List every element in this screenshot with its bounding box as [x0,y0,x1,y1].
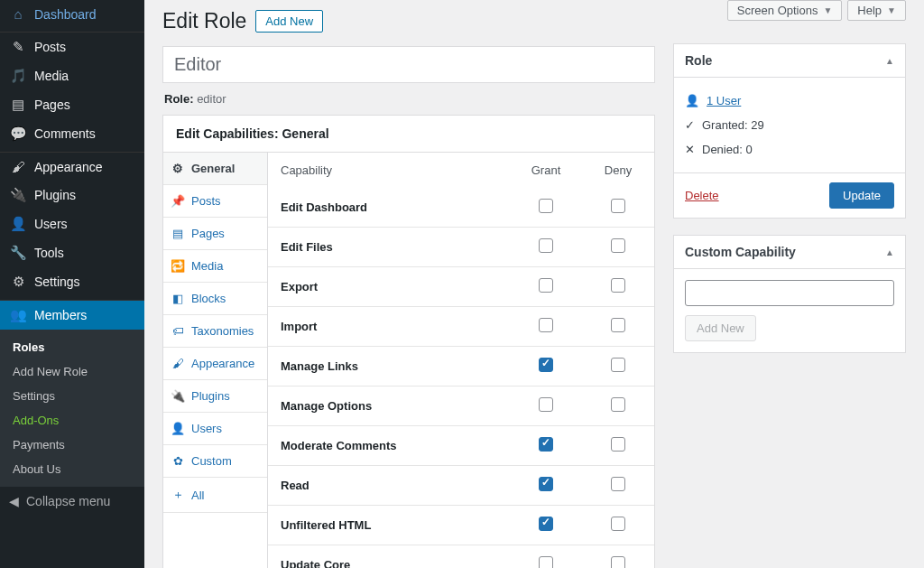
tab-icon: 📌 [171,194,185,208]
sidebar-item-tools[interactable]: 🔧Tools [0,238,144,267]
deny-checkbox[interactable] [611,238,625,253]
capability-row: Update Core [268,545,654,569]
add-capability-button[interactable]: Add New [685,315,756,341]
capability-name: Read [268,466,510,506]
capability-row: Edit Files [268,228,654,267]
granted-count: Granted: 29 [702,118,764,132]
grant-checkbox[interactable] [539,318,553,332]
sidebar-item-settings[interactable]: ⚙Settings [0,267,144,296]
users-link[interactable]: 1 User [707,94,741,107]
deny-checkbox[interactable] [611,318,625,332]
sidebar-item-users[interactable]: 👤Users [0,210,144,238]
sidebar-item-appearance[interactable]: 🖌Appearance [0,153,144,181]
menu-icon: 🖌 [9,159,27,174]
submenu-settings[interactable]: Settings [0,384,144,408]
menu-icon: ✎ [9,39,27,55]
capability-name: Import [268,307,510,347]
deny-checkbox[interactable] [611,358,625,372]
capability-row: Edit Dashboard [268,188,654,228]
submenu-roles[interactable]: Roles [0,335,144,359]
tab-icon: ▤ [171,227,185,240]
tab-taxonomies[interactable]: 🏷Taxonomies [163,315,267,348]
user-icon: 👤 [685,94,699,107]
sidebar-item-posts[interactable]: ✎Posts [0,33,144,61]
submenu-about-us[interactable]: About Us [0,457,144,481]
capability-row: Manage Links [268,347,654,386]
capability-name: Update Core [268,545,510,569]
grant-checkbox[interactable] [539,397,553,412]
menu-icon: ▤ [9,97,27,113]
tab-general[interactable]: ⚙General [163,153,267,185]
deny-checkbox[interactable] [611,199,625,213]
submenu-payments[interactable]: Payments [0,433,144,457]
capability-name: Unfiltered HTML [268,506,510,545]
tab-custom[interactable]: ✿Custom [163,445,267,478]
menu-icon: 👥 [9,307,27,323]
sidebar-item-pages[interactable]: ▤Pages [0,90,144,119]
tab-plugins[interactable]: 🔌Plugins [163,380,267,413]
capabilities-table: Capability Grant Deny Edit DashboardEdit… [268,153,654,568]
capability-row: Manage Options [268,386,654,426]
grant-checkbox[interactable] [539,358,553,372]
grant-checkbox[interactable] [539,278,553,293]
role-box-title: Role [685,53,712,68]
add-new-button[interactable]: Add New [255,10,323,33]
delete-link[interactable]: Delete [685,189,719,202]
sidebar-item-dashboard[interactable]: ⌂Dashboard [0,0,144,28]
grant-checkbox[interactable] [539,517,553,531]
capability-name: Export [268,267,510,307]
tab-icon: ◧ [171,292,185,305]
sidebar-item-members[interactable]: 👥Members [0,301,144,330]
sidebar-item-plugins[interactable]: 🔌Plugins [0,181,144,210]
tab-icon: ⚙ [171,162,185,175]
tab-appearance[interactable]: 🖌Appearance [163,348,267,380]
tab-icon: ＋ [171,487,185,503]
tab-icon: ✿ [171,454,185,468]
capability-tabs: ⚙General📌Posts▤Pages🔁Media◧Blocks🏷Taxono… [163,153,268,568]
tab-icon: 🏷 [171,324,185,338]
tab-media[interactable]: 🔁Media [163,250,267,283]
menu-icon: 🎵 [9,68,27,84]
custom-capability-input[interactable] [685,280,894,306]
deny-checkbox[interactable] [611,556,625,568]
admin-sidebar: ⌂Dashboard✎Posts🎵Media▤Pages💬Comments🖌Ap… [0,0,144,568]
denied-count: Denied: 0 [702,143,753,156]
capability-row: Export [268,267,654,307]
role-name-input[interactable] [162,46,655,83]
capability-row: Moderate Comments [268,426,654,466]
tab-posts[interactable]: 📌Posts [163,185,267,218]
col-grant: Grant [510,153,582,188]
grant-checkbox[interactable] [539,199,553,213]
page-title: Edit Role [162,9,246,33]
submenu-add-ons[interactable]: Add-Ons [0,408,144,433]
tab-blocks[interactable]: ◧Blocks [163,283,267,315]
menu-icon: ⚙ [9,274,27,290]
help-button[interactable]: Help▼ [847,0,906,21]
menu-icon: 💬 [9,126,27,142]
tab-all[interactable]: ＋All [163,478,267,513]
deny-checkbox[interactable] [611,437,625,452]
deny-checkbox[interactable] [611,517,625,531]
submenu-add-new-role[interactable]: Add New Role [0,359,144,384]
tab-icon: 👤 [171,422,185,435]
toggle-icon[interactable]: ▲ [885,56,894,66]
grant-checkbox[interactable] [539,437,553,452]
deny-checkbox[interactable] [611,397,625,412]
menu-icon: 👤 [9,216,27,232]
tab-pages[interactable]: ▤Pages [163,218,267,250]
grant-checkbox[interactable] [539,238,553,253]
sidebar-item-comments[interactable]: 💬Comments [0,119,144,148]
deny-checkbox[interactable] [611,477,625,491]
update-button[interactable]: Update [829,182,894,209]
grant-checkbox[interactable] [539,477,553,491]
check-icon: ✓ [685,118,695,132]
tab-users[interactable]: 👤Users [163,413,267,445]
sidebar-item-media[interactable]: 🎵Media [0,61,144,90]
capability-row: Unfiltered HTML [268,506,654,545]
capability-name: Manage Options [268,386,510,426]
deny-checkbox[interactable] [611,278,625,293]
collapse-menu[interactable]: ◀ Collapse menu [0,487,144,516]
toggle-icon[interactable]: ▲ [885,247,894,257]
grant-checkbox[interactable] [539,556,553,568]
screen-options-button[interactable]: Screen Options▼ [727,0,843,21]
